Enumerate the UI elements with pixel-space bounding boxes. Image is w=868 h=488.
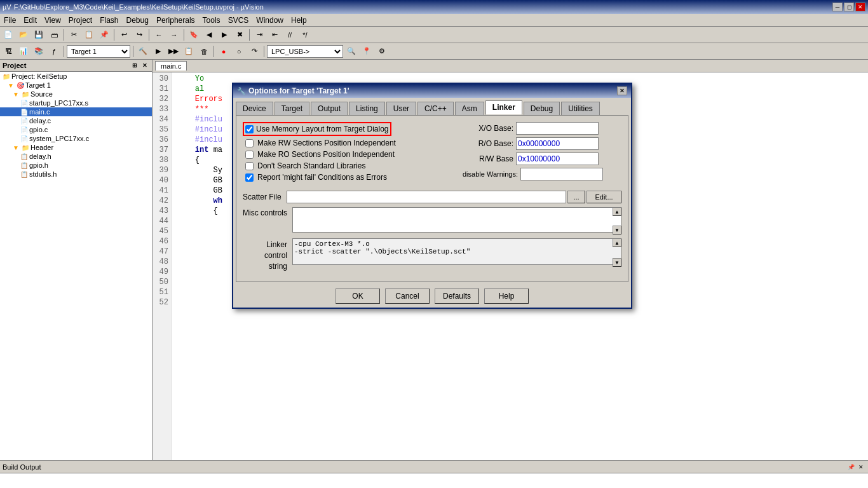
tree-header-1[interactable]: 📋 gpio.h [0, 161, 152, 170]
debug-step-button[interactable]: ↷ [247, 44, 261, 58]
func-button[interactable]: ƒ [47, 44, 61, 58]
minimize-button[interactable]: ─ [832, 3, 843, 11]
menu-window[interactable]: Window [252, 15, 287, 26]
new-button[interactable]: 📄 [1, 28, 15, 42]
menu-project[interactable]: Project [65, 15, 96, 26]
tab-target[interactable]: Target [275, 102, 309, 115]
sidebar-expand-button[interactable]: ⊞ [130, 61, 139, 70]
target-select[interactable]: Target 1 [67, 45, 130, 58]
scatter-browse-button[interactable]: ... [567, 191, 585, 203]
linker-scroll-up[interactable]: ▲ [613, 238, 621, 247]
build-target-select[interactable]: LPC_USB-> [267, 45, 343, 58]
save-button[interactable]: 💾 [32, 28, 46, 42]
register-button[interactable]: 📊 [17, 44, 31, 58]
nav-fwd-button[interactable]: → [167, 28, 181, 42]
tree-header-folder[interactable]: ▼ 📁 Header [0, 143, 152, 152]
report-might-fail-checkbox[interactable] [245, 173, 254, 182]
menu-view[interactable]: View [41, 15, 65, 26]
indent-button[interactable]: ⇥ [252, 28, 266, 42]
build-all-button[interactable]: ▶▶ [166, 44, 180, 58]
scatter-edit-button[interactable]: Edit... [587, 191, 621, 203]
project-window-button[interactable]: 🏗 [1, 44, 15, 58]
misc-scroll-down[interactable]: ▼ [613, 226, 621, 234]
make-rw-checkbox[interactable] [245, 139, 254, 147]
translate-button[interactable]: 🔨 [136, 44, 150, 58]
dont-search-checkbox[interactable] [245, 162, 254, 170]
xo-base-input[interactable] [516, 122, 599, 135]
tree-file-3[interactable]: 📄 gpio.c [0, 125, 152, 134]
tree-source-folder[interactable]: ▼ 📁 Source [0, 90, 152, 98]
dialog-close-button[interactable]: ✕ [617, 86, 627, 95]
tree-root[interactable]: 📁 Project: KeilSetup [0, 72, 152, 81]
menu-edit[interactable]: Edit [20, 15, 41, 26]
tab-debug[interactable]: Debug [524, 102, 560, 115]
search-icon[interactable]: 🔍 [344, 44, 358, 58]
bookmark-next-button[interactable]: ▶ [217, 28, 231, 42]
tree-target[interactable]: ▼ 🎯 Target 1 [0, 81, 152, 90]
build-close-button[interactable]: ✕ [857, 463, 865, 471]
linker-scroll-down[interactable]: ▼ [613, 258, 621, 267]
build-pin-button[interactable]: 📌 [846, 463, 855, 471]
undo-button[interactable]: ↩ [117, 28, 131, 42]
tree-file-2[interactable]: 📄 delay.c [0, 116, 152, 125]
menu-peripherals[interactable]: Peripherals [153, 15, 199, 26]
tab-listing[interactable]: Listing [349, 102, 385, 115]
bookmark-clear-button[interactable]: ✖ [233, 28, 247, 42]
menu-svcs[interactable]: SVCS [224, 15, 253, 26]
close-button[interactable]: ✕ [855, 3, 865, 11]
debug-stop-button[interactable]: ○ [232, 44, 246, 58]
make-ro-checkbox[interactable] [245, 151, 254, 159]
cancel-button[interactable]: Cancel [385, 288, 430, 304]
ro-base-input[interactable] [516, 137, 599, 150]
uncomment-button[interactable]: */ [298, 28, 312, 42]
tree-file-1[interactable]: 📄 main.c [0, 107, 152, 116]
rw-base-input[interactable] [516, 152, 599, 165]
bookmark-button[interactable]: 🔖 [187, 28, 201, 42]
active-tab[interactable]: main.c [155, 61, 187, 71]
help-button[interactable]: Help [484, 288, 529, 304]
tree-file-4[interactable]: 📄 system_LPC17xx.c [0, 134, 152, 143]
sidebar-close-button[interactable]: ✕ [140, 61, 149, 70]
menu-file[interactable]: File [0, 15, 20, 26]
tab-cc[interactable]: C/C++ [417, 102, 454, 115]
disable-warnings-input[interactable] [520, 168, 603, 180]
menu-flash[interactable]: Flash [96, 15, 122, 26]
tree-file-0[interactable]: 📄 startup_LPC17xx.s [0, 98, 152, 107]
build-button[interactable]: ▶ [151, 44, 165, 58]
tree-header-0[interactable]: 📋 delay.h [0, 152, 152, 161]
make-ro-row: Make RO Sections Position Independent [245, 150, 458, 159]
misc-textarea[interactable] [292, 207, 621, 233]
save-all-button[interactable]: 🗃 [47, 28, 61, 42]
tab-linker[interactable]: Linker [485, 100, 522, 115]
tab-user[interactable]: User [386, 102, 416, 115]
batch-button[interactable]: 📋 [182, 44, 196, 58]
settings-icon[interactable]: ⚙ [375, 44, 389, 58]
ok-button[interactable]: OK [336, 288, 380, 304]
use-memory-layout-checkbox[interactable] [245, 125, 254, 133]
tab-utilities[interactable]: Utilities [561, 102, 600, 115]
paste-button[interactable]: 📌 [97, 28, 111, 42]
open-button[interactable]: 📂 [17, 28, 31, 42]
tree-header-2[interactable]: 📋 stdutils.h [0, 170, 152, 179]
tab-output[interactable]: Output [311, 102, 348, 115]
menu-tools[interactable]: Tools [199, 15, 224, 26]
bookmark-prev-button[interactable]: ◀ [202, 28, 216, 42]
misc-scroll-up[interactable]: ▲ [613, 207, 621, 216]
restore-button[interactable]: ◻ [844, 3, 854, 11]
copy-button[interactable]: 📋 [82, 28, 96, 42]
defaults-button[interactable]: Defaults [435, 288, 479, 304]
tab-asm[interactable]: Asm [455, 102, 484, 115]
books-button[interactable]: 📚 [32, 44, 46, 58]
tab-device[interactable]: Device [236, 102, 273, 115]
pin-icon[interactable]: 📍 [360, 44, 374, 58]
redo-button[interactable]: ↪ [132, 28, 146, 42]
nav-back-button[interactable]: ← [152, 28, 166, 42]
cut-button[interactable]: ✂ [67, 28, 81, 42]
menu-debug[interactable]: Debug [123, 15, 153, 26]
comment-button[interactable]: // [283, 28, 297, 42]
scatter-input[interactable] [287, 191, 566, 203]
debug-start-button[interactable]: ● [217, 44, 231, 58]
menu-help[interactable]: Help [287, 15, 311, 26]
outdent-button[interactable]: ⇤ [268, 28, 281, 42]
clean-button[interactable]: 🗑 [197, 44, 211, 58]
